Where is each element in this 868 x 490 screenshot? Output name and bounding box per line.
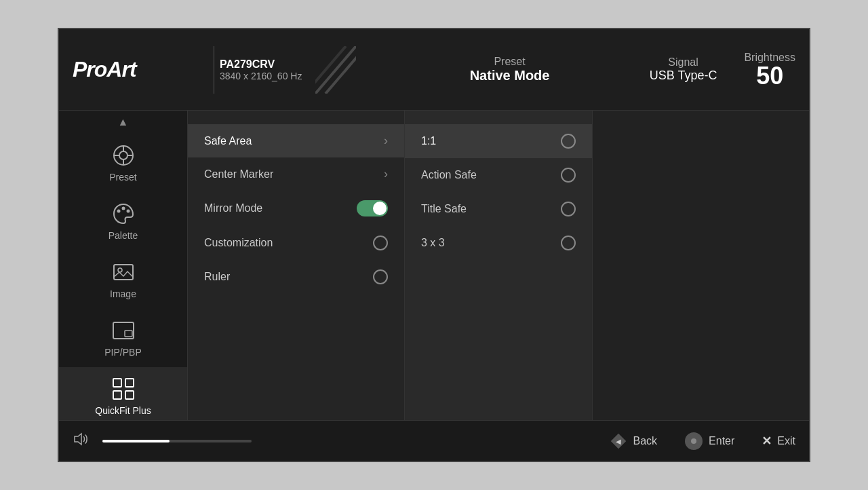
- brightness-section: Brightness 50: [744, 52, 795, 88]
- svg-rect-18: [113, 391, 121, 399]
- enter-label: Enter: [709, 435, 734, 447]
- svg-point-24: [691, 438, 696, 444]
- menu-item-ruler[interactable]: Ruler: [188, 260, 404, 294]
- preset-icon: [111, 143, 136, 168]
- sidebar-up-arrow[interactable]: ▲: [113, 111, 134, 134]
- mirror-mode-toggle[interactable]: [357, 200, 388, 216]
- signal-section: Signal USB Type-C: [650, 56, 717, 83]
- logo-section: ProArt: [73, 57, 208, 82]
- volume-icon: [73, 431, 89, 451]
- panel-third: [592, 111, 809, 420]
- svg-point-9: [117, 210, 120, 213]
- exit-label: Exit: [777, 435, 795, 447]
- palette-icon: [111, 202, 136, 226]
- enter-button[interactable]: Enter: [684, 432, 734, 451]
- submenu-item-action-safe[interactable]: Action Safe: [405, 158, 592, 192]
- svg-rect-17: [125, 379, 134, 387]
- submenu-radio-3x3[interactable]: [561, 235, 576, 250]
- sidebar-label-palette: Palette: [108, 230, 138, 241]
- brightness-value: 50: [756, 64, 783, 88]
- bottom-controls: ◀ Back Enter ✕ Exit: [609, 432, 796, 451]
- main-content: ▲ Preset: [59, 111, 809, 420]
- monitor-frame: ProArt PA279CRV 3840 x 2160_60 Hz Preset…: [58, 28, 810, 462]
- svg-point-4: [119, 151, 127, 159]
- menu-item-ruler-right: [373, 269, 388, 284]
- submenu-item-action-safe-label: Action Safe: [421, 169, 477, 181]
- safe-area-arrow-icon: ›: [384, 134, 388, 148]
- sidebar-label-preset: Preset: [109, 172, 136, 183]
- sidebar-item-quickfit[interactable]: QuickFit Plus: [59, 367, 187, 420]
- svg-point-11: [126, 210, 130, 213]
- submenu-radio-action-safe[interactable]: [561, 168, 576, 183]
- header-center: Preset Native Mode: [370, 56, 649, 83]
- menu-item-safe-area[interactable]: Safe Area ›: [188, 124, 404, 157]
- menu-item-safe-area-right: ›: [384, 134, 388, 148]
- exit-x-icon: ✕: [762, 434, 772, 449]
- monitor-resolution: 3840 x 2160_60 Hz: [220, 71, 302, 81]
- svg-rect-12: [114, 265, 133, 280]
- menu-item-mirror-mode-right: [357, 200, 388, 216]
- header: ProArt PA279CRV 3840 x 2160_60 Hz Preset…: [59, 29, 809, 111]
- menu-item-center-marker[interactable]: Center Marker ›: [188, 157, 404, 191]
- svg-marker-20: [75, 434, 81, 445]
- menu-item-customization-label: Customization: [204, 237, 273, 249]
- menu-item-mirror-mode-label: Mirror Mode: [204, 202, 262, 214]
- menu-item-ruler-label: Ruler: [204, 271, 230, 283]
- svg-point-13: [118, 268, 122, 272]
- sidebar-label-quickfit: QuickFit Plus: [95, 405, 151, 416]
- svg-rect-19: [125, 391, 134, 399]
- preset-label: Preset: [494, 56, 525, 68]
- submenu-item-3x3[interactable]: 3 x 3: [405, 226, 592, 260]
- sidebar-item-palette[interactable]: Palette: [59, 192, 187, 250]
- back-label: Back: [633, 435, 658, 447]
- svg-point-10: [121, 207, 125, 210]
- sidebar-label-pip-pbp: PIP/PBP: [104, 347, 141, 358]
- menu-item-center-marker-label: Center Marker: [204, 168, 273, 181]
- svg-line-0: [315, 46, 356, 94]
- monitor-model: PA279CRV: [220, 58, 302, 71]
- pip-pbp-icon: [111, 318, 136, 343]
- submenu-item-1-1[interactable]: 1:1: [405, 124, 592, 158]
- menu-item-center-marker-right: ›: [384, 167, 388, 181]
- submenu-item-title-safe-label: Title Safe: [421, 203, 467, 215]
- submenu-radio-title-safe[interactable]: [561, 202, 576, 216]
- diagonal-decoration: [315, 46, 356, 94]
- submenu-radio-1-1[interactable]: [561, 134, 576, 149]
- signal-value: USB Type-C: [650, 69, 717, 83]
- sidebar-item-image[interactable]: Image: [59, 250, 187, 309]
- svg-rect-15: [125, 331, 132, 337]
- volume-bar-fill: [102, 440, 170, 442]
- svg-text:◀: ◀: [616, 438, 621, 445]
- submenu-item-3x3-label: 3 x 3: [421, 237, 445, 249]
- submenu-item-1-1-label: 1:1: [421, 135, 436, 147]
- sidebar-item-pip-pbp[interactable]: PIP/PBP: [59, 309, 187, 367]
- customization-radio[interactable]: [373, 235, 388, 250]
- menu-item-mirror-mode[interactable]: Mirror Mode: [188, 191, 404, 226]
- menu-item-customization-right: [373, 235, 388, 250]
- quickfit-icon: [111, 377, 136, 401]
- signal-label: Signal: [668, 56, 698, 69]
- center-marker-arrow-icon: ›: [384, 167, 388, 181]
- menu-item-customization[interactable]: Customization: [188, 226, 404, 260]
- menu-panels: Safe Area › Center Marker › Mirror Mode: [188, 111, 809, 420]
- monitor-info: PA279CRV 3840 x 2160_60 Hz: [220, 58, 302, 81]
- logo: ProArt: [73, 57, 136, 82]
- panel-right: 1:1 Action Safe Title Safe 3 x 3: [405, 111, 592, 420]
- menu-item-safe-area-label: Safe Area: [204, 135, 252, 147]
- exit-button[interactable]: ✕ Exit: [762, 432, 795, 451]
- header-divider: [214, 46, 214, 94]
- back-button[interactable]: ◀ Back: [609, 432, 658, 451]
- svg-rect-16: [113, 379, 121, 387]
- sidebar: ▲ Preset: [59, 111, 188, 420]
- sidebar-item-preset[interactable]: Preset: [59, 134, 187, 192]
- submenu-item-title-safe[interactable]: Title Safe: [405, 192, 592, 226]
- preset-value: Native Mode: [470, 68, 550, 83]
- bottom-bar: ◀ Back Enter ✕ Exit: [59, 420, 809, 461]
- sidebar-label-image: Image: [110, 288, 136, 299]
- volume-bar[interactable]: [102, 440, 252, 442]
- panel-left: Safe Area › Center Marker › Mirror Mode: [188, 111, 405, 420]
- image-icon: [111, 260, 136, 284]
- ruler-radio[interactable]: [373, 269, 388, 284]
